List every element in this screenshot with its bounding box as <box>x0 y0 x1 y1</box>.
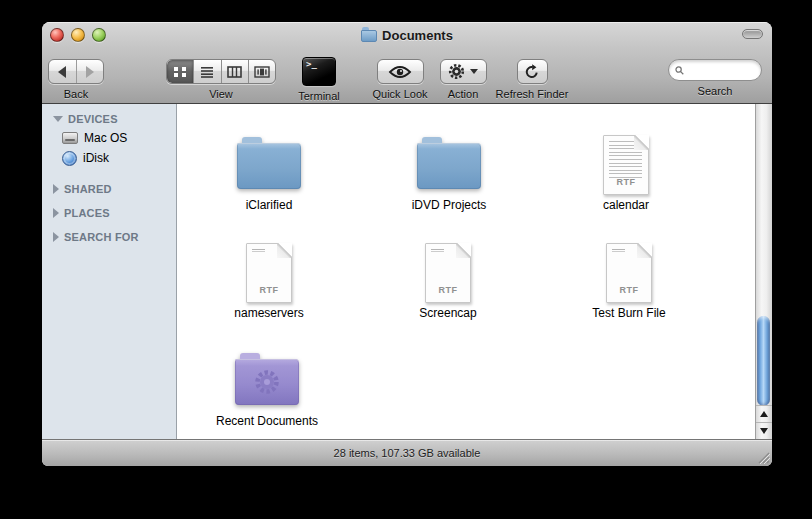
search-field[interactable] <box>668 59 762 81</box>
page-curl-icon <box>277 243 292 258</box>
icon-view-icon <box>173 66 187 78</box>
view-segmented-control <box>166 59 276 84</box>
refresh-finder-button[interactable] <box>517 59 548 84</box>
action-label: Action <box>448 88 479 100</box>
file-label: iDVD Projects <box>412 198 487 212</box>
sidebar-section-places[interactable]: PLACES <box>42 204 176 222</box>
traffic-lights <box>50 28 106 42</box>
window-header: Documents Back <box>42 22 772 104</box>
vertical-scrollbar[interactable] <box>755 104 772 439</box>
refresh-group: Refresh Finder <box>484 59 580 100</box>
toolbar-toggle-pill-button[interactable] <box>742 29 763 39</box>
sidebar-section-shared[interactable]: SHARED <box>42 180 176 198</box>
file-nameservers[interactable]: RTF nameservers <box>204 239 334 320</box>
file-test-burn-file[interactable]: RTF Test Burn File <box>564 239 694 320</box>
rtf-badge: RTF <box>607 285 651 295</box>
disclosure-triangle-icon[interactable] <box>53 208 59 218</box>
coverflow-view-icon <box>254 66 270 78</box>
view-label: View <box>209 88 233 100</box>
search-group: Search <box>668 59 762 97</box>
back-button[interactable] <box>49 60 76 83</box>
disclosure-triangle-icon[interactable] <box>53 232 59 242</box>
document-text-lines <box>252 249 265 252</box>
file-icon-view[interactable]: iClarified iDVD Projects RTF calendar <box>177 104 755 439</box>
sidebar-item-label: Mac OS <box>84 131 127 145</box>
sidebar-section-search-for[interactable]: SEARCH FOR <box>42 228 176 246</box>
finder-window: Documents Back <box>42 22 772 466</box>
file-iclarified[interactable]: iClarified <box>204 131 334 212</box>
file-label: Recent Documents <box>216 414 318 428</box>
disclosure-triangle-icon[interactable] <box>53 184 59 194</box>
list-view-button[interactable] <box>193 60 220 83</box>
file-label: Screencap <box>419 306 476 320</box>
quick-look-group: Quick Look <box>360 59 440 100</box>
rtf-document-icon: RTF <box>603 135 649 195</box>
file-label: calendar <box>603 198 649 212</box>
file-label: Test Burn File <box>592 306 665 320</box>
rtf-badge: RTF <box>426 285 470 295</box>
rtf-document-icon: RTF <box>606 243 652 303</box>
back-arrow-icon <box>58 66 66 78</box>
scroll-up-button[interactable] <box>756 405 772 422</box>
sidebar-section-label: SEARCH FOR <box>64 231 139 243</box>
back-forward-group: Back <box>48 59 104 100</box>
scrollbar-thumb[interactable] <box>757 316 770 406</box>
file-recent-documents[interactable]: Recent Documents <box>202 347 332 428</box>
sidebar-section-devices[interactable]: DEVICES <box>42 110 176 128</box>
gear-emblem-icon <box>253 368 281 396</box>
sidebar-item-label: iDisk <box>83 151 109 165</box>
eye-icon <box>388 65 412 79</box>
rtf-document-icon: RTF <box>246 243 292 303</box>
title-bar[interactable]: Documents <box>42 22 772 48</box>
rtf-document-icon: RTF <box>425 243 471 303</box>
file-calendar[interactable]: RTF calendar <box>561 131 691 212</box>
terminal-button[interactable]: >_ <box>302 57 336 86</box>
sidebar: DEVICES Mac OS iDisk SHARED PLACES <box>42 104 177 439</box>
idisk-icon <box>62 151 77 166</box>
scroll-down-button[interactable] <box>756 422 772 439</box>
file-label: iClarified <box>246 198 293 212</box>
quick-look-label: Quick Look <box>372 88 427 100</box>
folder-icon <box>417 143 481 189</box>
icon-view-button[interactable] <box>167 60 193 83</box>
rtf-badge: RTF <box>247 285 291 295</box>
terminal-prompt-icon: >_ <box>306 59 317 69</box>
forward-button[interactable] <box>76 60 104 83</box>
disclosure-triangle-icon[interactable] <box>53 116 63 122</box>
status-text: 28 items, 107.33 GB available <box>334 447 481 459</box>
minimize-button[interactable] <box>71 28 85 42</box>
refresh-icon <box>524 64 540 80</box>
column-view-button[interactable] <box>221 60 248 83</box>
hard-drive-icon <box>62 132 78 144</box>
coverflow-view-button[interactable] <box>248 60 275 83</box>
folder-proxy-icon[interactable] <box>361 30 377 42</box>
resize-grip[interactable] <box>756 450 770 464</box>
file-idvd-projects[interactable]: iDVD Projects <box>384 131 514 212</box>
gear-icon <box>448 63 465 80</box>
sidebar-item-idisk[interactable]: iDisk <box>42 148 176 168</box>
quick-look-button[interactable] <box>377 59 424 84</box>
sidebar-section-label: DEVICES <box>68 113 118 125</box>
chevron-down-icon <box>470 69 478 74</box>
list-view-icon <box>200 66 214 78</box>
window-content: DEVICES Mac OS iDisk SHARED PLACES <box>42 104 772 439</box>
document-text-lines <box>612 249 625 252</box>
sidebar-item-mac-os[interactable]: Mac OS <box>42 128 176 148</box>
action-button[interactable] <box>440 59 487 84</box>
sidebar-section-label: PLACES <box>64 207 110 219</box>
back-label: Back <box>64 88 88 100</box>
page-curl-icon <box>634 135 649 150</box>
close-button[interactable] <box>50 28 64 42</box>
terminal-label: Terminal <box>298 90 340 102</box>
page-curl-icon <box>456 243 471 258</box>
smart-folder-icon <box>235 359 299 405</box>
desktop-background: { "window": { "title": "Documents" }, "t… <box>0 0 812 519</box>
search-input[interactable] <box>687 63 755 77</box>
search-label: Search <box>698 85 733 97</box>
file-label: nameservers <box>234 306 303 320</box>
zoom-button[interactable] <box>92 28 106 42</box>
action-group: Action <box>435 59 491 100</box>
forward-arrow-icon <box>86 66 94 78</box>
file-screencap[interactable]: RTF Screencap <box>383 239 513 320</box>
refresh-finder-label: Refresh Finder <box>496 88 569 100</box>
